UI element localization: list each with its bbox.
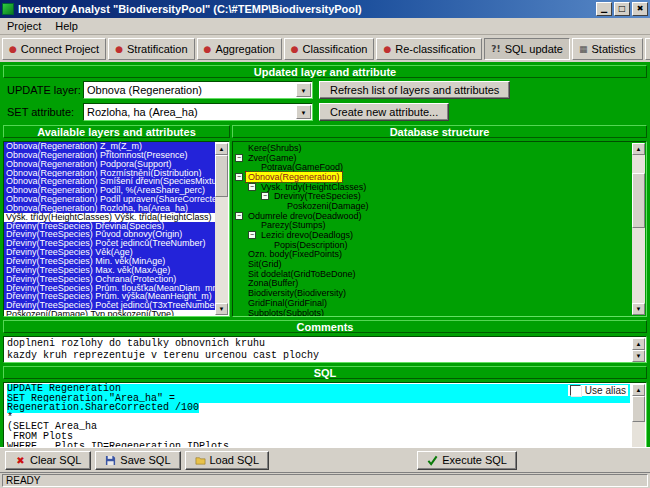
scroll-up-icon[interactable]: ▲ — [632, 338, 645, 350]
collapse-icon[interactable]: − — [235, 212, 243, 220]
available-layers-list[interactable]: Obnova(Regeneration) Z_m(Z_m)Obnova(Rege… — [3, 141, 230, 317]
tree-node[interactable]: Biodiversity(Biodiversity) — [246, 288, 348, 298]
tree-node[interactable]: Subplots(Subplots) — [246, 308, 326, 317]
list-item[interactable]: Dřeviny(TreeSpecies) Ochrana(Protection) — [4, 275, 215, 284]
list-item[interactable]: Dřeviny(TreeSpecies) Prům. tloušťka(Mean… — [4, 284, 215, 293]
tree-node[interactable]: Ozn. body(FixedPoints) — [246, 249, 344, 259]
clear-sql-button[interactable]: ✖ Clear SQL — [5, 451, 91, 470]
tree-node[interactable]: Vysk. tridy(HeightClasses) — [259, 182, 368, 192]
scroll-thumb[interactable] — [215, 155, 228, 197]
scroll-down-icon[interactable]: ▼ — [632, 303, 645, 315]
title-bar[interactable]: Inventory Analyst "BiodiversityPool" (C:… — [0, 0, 650, 18]
tree-node[interactable]: Odumrele drevo(Deadwood) — [246, 211, 364, 221]
tree-node[interactable]: Poskozeni(Damage) — [285, 201, 371, 211]
scroll-thumb[interactable] — [632, 173, 645, 228]
scrollbar[interactable]: ▲ ▼ — [215, 143, 228, 315]
collapse-icon[interactable]: − — [261, 192, 269, 200]
tree-node[interactable]: Obnova(Regeneration) — [246, 172, 342, 182]
tab-sql-update[interactable]: ?!SQL update — [484, 38, 570, 60]
tree-node[interactable]: Parezy(Stumps) — [259, 220, 328, 230]
tree-node[interactable]: Sit(Grid) — [246, 259, 284, 269]
scrollbar[interactable]: ▲ ▼ — [632, 143, 645, 315]
scrollbar[interactable]: ▲ ▼ — [632, 338, 645, 361]
tab-aggregation[interactable]: ●Aggregation — [197, 38, 282, 60]
save-sql-button[interactable]: Save SQL — [95, 451, 180, 470]
comments-box[interactable]: doplneni rozlohy do tabulky obnovnich kr… — [3, 336, 647, 363]
list-item[interactable]: Obnova(Regeneration) Podíl, %(AreaShare_… — [4, 186, 215, 195]
update-layer-combo[interactable]: Obnova (Regeneration) ▼ — [83, 81, 313, 99]
tab-re-classification[interactable]: ●Re-classification — [376, 38, 482, 60]
list-item[interactable]: Obnova(Regeneration) Rozmístnění(Distrib… — [4, 169, 215, 178]
list-item[interactable]: Dřeviny(TreeSpecies) Počet jedinců(TreeN… — [4, 239, 215, 248]
list-item[interactable]: Obnova(Regeneration) Podíl upraven(Share… — [4, 195, 215, 204]
menu-project[interactable]: Project — [0, 19, 48, 33]
menu-help[interactable]: Help — [48, 19, 85, 33]
tab-connect-project[interactable]: ●Connect Project — [2, 38, 106, 60]
list-item[interactable]: Dřeviny(TreeSpecies) Věk(Age) — [4, 248, 215, 257]
list-item[interactable]: Dřeviny(TreeSpecies) Počet jedinců(T3xTr… — [4, 301, 215, 310]
sql-editor[interactable]: UPDATE RegenerationSET Regeneration."Are… — [3, 382, 647, 447]
tree-node[interactable]: Kere(Shrubs) — [246, 143, 304, 153]
collapse-icon[interactable]: − — [248, 183, 256, 191]
list-item[interactable]: Dřeviny(TreeSpecies) Původ obnovy(Origin… — [4, 230, 215, 239]
collapse-icon[interactable]: − — [235, 154, 243, 162]
list-item[interactable]: Obnova(Regeneration) Přítomnost(Presence… — [4, 151, 215, 160]
list-item[interactable]: Obnova(Regeneration) Z_m(Z_m) — [4, 142, 215, 151]
close-button[interactable]: ✖ — [632, 2, 648, 16]
tree-node[interactable]: Popis(Description) — [272, 240, 350, 250]
set-attribute-combo[interactable]: Rozloha, ha (Area_ha) ▼ — [83, 103, 313, 121]
execute-sql-button[interactable]: Execute SQL — [417, 451, 517, 470]
tree-node[interactable]: GridFinal(GridFinal) — [246, 298, 329, 308]
list-item[interactable]: Poškození(Damage) Typ poškození(Type) — [4, 310, 215, 317]
scroll-up-icon[interactable]: ▲ — [215, 143, 228, 155]
minimize-button[interactable]: ▁ — [596, 2, 612, 16]
tab-strip: ●Connect Project●Stratification●Aggregat… — [0, 35, 650, 62]
scroll-track[interactable] — [215, 155, 228, 303]
tab-label: Aggregation — [215, 43, 274, 55]
sql-line: Regeneration.ShareCorrected /100 — [7, 403, 630, 413]
maximize-button[interactable]: □ — [614, 2, 630, 16]
scroll-track[interactable] — [632, 155, 645, 303]
collapse-icon[interactable]: − — [235, 173, 243, 181]
scrollbar[interactable]: ▲ ▼ — [632, 384, 645, 447]
database-tree[interactable]: Kere(Shrubs)−Zver(Game)Potrava(GameFood)… — [232, 141, 647, 317]
create-attribute-button[interactable]: Create new attribute... — [319, 103, 449, 121]
tree-row: Sit dodelat(GridToBeDone) — [233, 269, 632, 279]
tab-icon: ● — [115, 44, 123, 54]
list-item[interactable]: Výšk. třídy(HeightClasses) Výšk. třída(H… — [4, 213, 215, 222]
sql-line: WHERE Plots.ID=Regeneration.IDPlots — [7, 442, 630, 447]
clear-icon: ✖ — [15, 455, 26, 466]
scroll-down-icon[interactable]: ▼ — [632, 350, 645, 362]
checkbox-icon[interactable] — [570, 385, 581, 396]
tree-node[interactable]: Zver(Game) — [246, 153, 299, 163]
scroll-down-icon[interactable]: ▼ — [215, 303, 228, 315]
scroll-up-icon[interactable]: ▲ — [632, 384, 645, 396]
list-item[interactable]: Obnova(Regeneration) Rozloha, ha(Area_ha… — [4, 204, 215, 213]
refresh-layers-button[interactable]: Refresh list of layers and attributes — [319, 81, 510, 99]
use-alias-checkbox[interactable]: Use alias — [568, 385, 628, 396]
scroll-thumb[interactable] — [632, 396, 645, 422]
list-item[interactable]: Obnova(Regeneration) Smíšení dřevin(Spec… — [4, 177, 215, 186]
chevron-down-icon[interactable]: ▼ — [296, 105, 311, 119]
list-item[interactable]: Obnova(Regeneration) Podpora(Support) — [4, 160, 215, 169]
tree-node[interactable]: Dreviny(TreeSpecies) — [272, 191, 363, 201]
scroll-track[interactable] — [632, 396, 645, 447]
scroll-up-icon[interactable]: ▲ — [632, 143, 645, 155]
tab-increment[interactable]: Increment — [645, 38, 650, 60]
tree-node[interactable]: Sit dodelat(GridToBeDone) — [246, 269, 358, 279]
tree-node[interactable]: Lezici drevo(Deadlogs) — [259, 230, 355, 240]
tab-statistics[interactable]: ▦Statistics — [572, 38, 643, 60]
tab-classification[interactable]: ●Classification — [284, 38, 375, 60]
load-sql-button[interactable]: Load SQL — [185, 451, 270, 470]
list-item[interactable]: Dřeviny(TreeSpecies) Min. věk(MinAge) — [4, 257, 215, 266]
list-item[interactable]: Dřeviny(TreeSpecies) Dřevina(Species) — [4, 222, 215, 231]
load-sql-label: Load SQL — [210, 454, 260, 466]
update-layer-label: UPDATE layer: — [3, 84, 83, 96]
tab-stratification[interactable]: ●Stratification — [108, 38, 194, 60]
tree-node[interactable]: Zona(Buffer) — [246, 278, 300, 288]
tree-node[interactable]: Potrava(GameFood) — [259, 162, 345, 172]
collapse-icon[interactable]: − — [248, 231, 256, 239]
chevron-down-icon[interactable]: ▼ — [296, 83, 311, 97]
list-item[interactable]: Dřeviny(TreeSpecies) Max. věk(MaxAge) — [4, 266, 215, 275]
list-item[interactable]: Dřeviny(TreeSpecies) Prům. výška(MeanHei… — [4, 292, 215, 301]
